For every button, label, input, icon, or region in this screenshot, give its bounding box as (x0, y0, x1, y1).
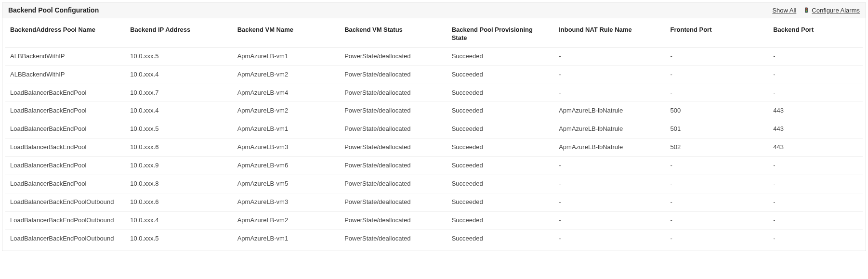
col-header-vm-status[interactable]: Backend VM Status (340, 21, 447, 47)
table-row[interactable]: LoadBalancerBackEndPool10.0.xxx.4ApmAzur… (5, 102, 863, 120)
cell-pool-name: LoadBalancerBackEndPoolOutbound (5, 211, 125, 229)
cell-vm-name: ApmAzureLB-vm4 (233, 84, 340, 102)
cell-vm-name: ApmAzureLB-vm3 (233, 193, 340, 211)
col-header-ip[interactable]: Backend IP Address (125, 21, 233, 47)
cell-frontend-port: - (666, 175, 769, 193)
panel-header: Backend Pool Configuration Show All Conf… (2, 2, 866, 18)
col-header-backend-port[interactable]: Backend Port (768, 21, 863, 47)
table-row[interactable]: LoadBalancerBackEndPoolOutbound10.0.xxx.… (5, 229, 863, 247)
traffic-light-icon (803, 7, 810, 13)
backend-pool-config-panel: Backend Pool Configuration Show All Conf… (2, 2, 866, 251)
cell-vm-name: ApmAzureLB-vm3 (233, 139, 340, 157)
cell-backend-port: - (768, 193, 863, 211)
cell-nat-rule: - (554, 211, 665, 229)
col-header-pool-name[interactable]: BackendAddress Pool Name (5, 21, 125, 47)
cell-backend-port: - (768, 157, 863, 175)
panel-title: Backend Pool Configuration (8, 6, 99, 14)
cell-nat-rule: ApmAzureLB-lbNatrule (554, 120, 665, 139)
cell-nat-rule: - (554, 193, 665, 211)
table-row[interactable]: LoadBalancerBackEndPoolOutbound10.0.xxx.… (5, 211, 863, 229)
cell-provisioning: Succeeded (447, 157, 554, 175)
table-row[interactable]: LoadBalancerBackEndPool10.0.xxx.8ApmAzur… (5, 175, 863, 193)
cell-provisioning: Succeeded (447, 120, 554, 139)
cell-backend-port: - (768, 211, 863, 229)
table-row[interactable]: ALBBackendWithIP10.0.xxx.5ApmAzureLB-vm1… (5, 47, 863, 65)
col-header-provisioning[interactable]: Backend Pool Provisioning State (447, 21, 554, 47)
cell-provisioning: Succeeded (447, 211, 554, 229)
cell-vm-name: ApmAzureLB-vm1 (233, 47, 340, 65)
cell-provisioning: Succeeded (447, 139, 554, 157)
cell-vm-status: PowerState/deallocated (340, 157, 447, 175)
cell-ip: 10.0.xxx.8 (125, 175, 233, 193)
col-header-nat-rule[interactable]: Inbound NAT Rule Name (554, 21, 665, 47)
cell-nat-rule: - (554, 175, 665, 193)
svg-point-3 (806, 11, 807, 12)
cell-frontend-port: - (666, 211, 769, 229)
cell-ip: 10.0.xxx.6 (125, 193, 233, 211)
cell-vm-status: PowerState/deallocated (340, 65, 447, 84)
table-wrapper: BackendAddress Pool Name Backend IP Addr… (2, 18, 866, 251)
cell-pool-name: ALBBackendWithIP (5, 65, 125, 84)
cell-vm-name: ApmAzureLB-vm1 (233, 120, 340, 139)
cell-ip: 10.0.xxx.5 (125, 47, 233, 65)
cell-pool-name: LoadBalancerBackEndPool (5, 102, 125, 120)
cell-frontend-port: 502 (666, 139, 769, 157)
cell-vm-name: ApmAzureLB-vm5 (233, 175, 340, 193)
col-header-frontend-port[interactable]: Frontend Port (666, 21, 769, 47)
cell-provisioning: Succeeded (447, 102, 554, 120)
cell-ip: 10.0.xxx.4 (125, 102, 233, 120)
cell-vm-name: ApmAzureLB-vm2 (233, 65, 340, 84)
cell-vm-status: PowerState/deallocated (340, 175, 447, 193)
cell-vm-status: PowerState/deallocated (340, 120, 447, 139)
cell-frontend-port: - (666, 157, 769, 175)
cell-pool-name: LoadBalancerBackEndPoolOutbound (5, 193, 125, 211)
cell-backend-port: 443 (768, 102, 863, 120)
cell-nat-rule: ApmAzureLB-lbNatrule (554, 102, 665, 120)
table-row[interactable]: LoadBalancerBackEndPool10.0.xxx.7ApmAzur… (5, 84, 863, 102)
cell-backend-port: - (768, 229, 863, 247)
col-header-vm-name[interactable]: Backend VM Name (233, 21, 340, 47)
cell-vm-status: PowerState/deallocated (340, 84, 447, 102)
table-row[interactable]: LoadBalancerBackEndPool10.0.xxx.6ApmAzur… (5, 139, 863, 157)
show-all-link[interactable]: Show All (772, 7, 796, 14)
cell-vm-name: ApmAzureLB-vm1 (233, 229, 340, 247)
cell-provisioning: Succeeded (447, 84, 554, 102)
table-row[interactable]: ALBBackendWithIP10.0.xxx.4ApmAzureLB-vm2… (5, 65, 863, 84)
table-row[interactable]: LoadBalancerBackEndPool10.0.xxx.9ApmAzur… (5, 157, 863, 175)
cell-pool-name: LoadBalancerBackEndPool (5, 157, 125, 175)
cell-vm-name: ApmAzureLB-vm2 (233, 211, 340, 229)
table-header-row: BackendAddress Pool Name Backend IP Addr… (5, 21, 863, 47)
cell-pool-name: ALBBackendWithIP (5, 47, 125, 65)
cell-vm-status: PowerState/deallocated (340, 47, 447, 65)
cell-provisioning: Succeeded (447, 229, 554, 247)
cell-provisioning: Succeeded (447, 47, 554, 65)
cell-frontend-port: 501 (666, 120, 769, 139)
cell-vm-name: ApmAzureLB-vm6 (233, 157, 340, 175)
configure-alarms-link[interactable]: Configure Alarms (803, 7, 860, 14)
svg-point-1 (806, 8, 807, 9)
cell-provisioning: Succeeded (447, 175, 554, 193)
cell-provisioning: Succeeded (447, 65, 554, 84)
cell-nat-rule: - (554, 84, 665, 102)
table-row[interactable]: LoadBalancerBackEndPool10.0.xxx.5ApmAzur… (5, 120, 863, 139)
cell-vm-status: PowerState/deallocated (340, 229, 447, 247)
cell-vm-name: ApmAzureLB-vm2 (233, 102, 340, 120)
cell-ip: 10.0.xxx.6 (125, 139, 233, 157)
backend-pool-table: BackendAddress Pool Name Backend IP Addr… (5, 21, 863, 248)
cell-vm-status: PowerState/deallocated (340, 102, 447, 120)
cell-vm-status: PowerState/deallocated (340, 193, 447, 211)
cell-backend-port: - (768, 175, 863, 193)
table-row[interactable]: LoadBalancerBackEndPoolOutbound10.0.xxx.… (5, 193, 863, 211)
cell-nat-rule: - (554, 229, 665, 247)
cell-provisioning: Succeeded (447, 193, 554, 211)
cell-ip: 10.0.xxx.5 (125, 120, 233, 139)
cell-vm-status: PowerState/deallocated (340, 139, 447, 157)
cell-frontend-port: - (666, 229, 769, 247)
cell-nat-rule: - (554, 65, 665, 84)
cell-pool-name: LoadBalancerBackEndPool (5, 175, 125, 193)
cell-backend-port: - (768, 65, 863, 84)
table-body: ALBBackendWithIP10.0.xxx.5ApmAzureLB-vm1… (5, 47, 863, 247)
cell-nat-rule: - (554, 157, 665, 175)
cell-frontend-port: - (666, 65, 769, 84)
cell-frontend-port: 500 (666, 102, 769, 120)
